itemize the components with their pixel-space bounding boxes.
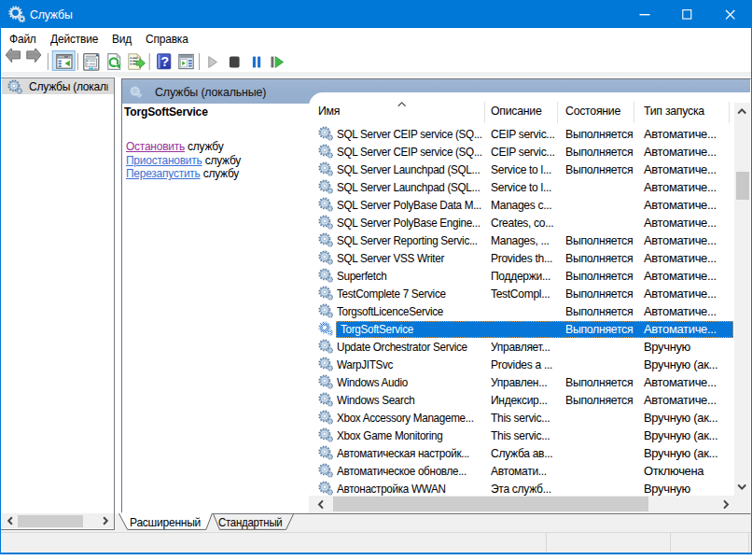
svg-text:?: ? (160, 54, 169, 69)
